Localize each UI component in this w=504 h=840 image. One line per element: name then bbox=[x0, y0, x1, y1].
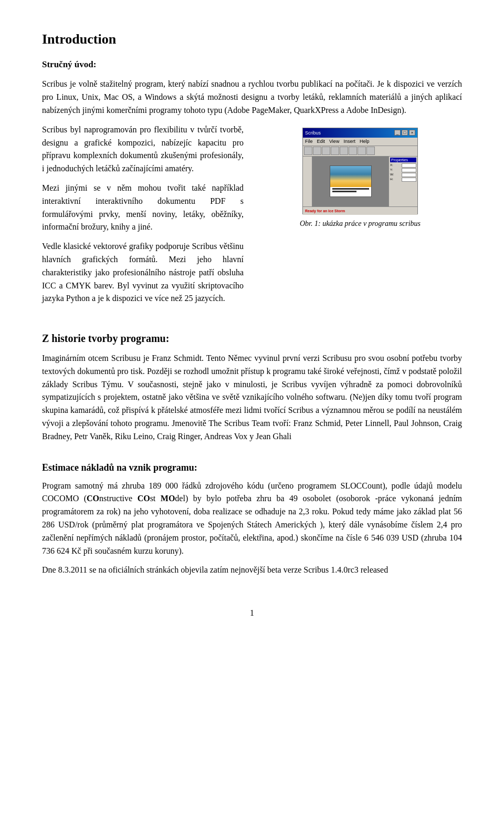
col1-para3: Vedle klasické vektorové grafiky podporu… bbox=[42, 240, 244, 305]
panel-title: Properties bbox=[390, 158, 416, 162]
panel-row-h: H: bbox=[390, 178, 416, 182]
main-area: Properties X: Y: W: bbox=[303, 157, 417, 206]
prop-input-h[interactable] bbox=[402, 178, 416, 182]
text-line-2 bbox=[332, 191, 357, 192]
prop-input-w[interactable] bbox=[402, 173, 416, 177]
tool-print[interactable] bbox=[331, 147, 339, 155]
sidebar-left bbox=[303, 157, 312, 206]
tool-shape[interactable] bbox=[366, 147, 375, 155]
scribus-screenshot: Scribus _ □ × File Edit View Insert Help bbox=[302, 128, 418, 214]
page-number: 1 bbox=[42, 608, 462, 618]
window-controls: _ □ × bbox=[394, 130, 415, 136]
tool-image[interactable] bbox=[358, 147, 366, 155]
page-number-value: 1 bbox=[250, 608, 254, 617]
menu-insert[interactable]: Insert bbox=[343, 139, 355, 144]
tool-text[interactable] bbox=[349, 147, 357, 155]
col1-para1: Scribus byl naprogramován pro flexibilit… bbox=[42, 123, 244, 175]
prop-input-y[interactable] bbox=[402, 168, 416, 172]
status-bar: Ready for an Ice Storm bbox=[303, 206, 417, 215]
panel-row-w: W: bbox=[390, 173, 416, 177]
maximize-button[interactable]: □ bbox=[402, 130, 408, 136]
subtitle: Stručný úvod: bbox=[42, 58, 462, 71]
right-column: Scribus _ □ × File Edit View Insert Help bbox=[259, 123, 461, 312]
text-line-1 bbox=[332, 188, 369, 190]
figure-caption-text: Obr. 1: ukázka práce v programu scribus bbox=[300, 220, 421, 227]
section3-para2: Dne 8.3.2011 se na oficiálních stránkách… bbox=[42, 564, 462, 577]
menu-edit[interactable]: Edit bbox=[317, 139, 326, 144]
window-title-text: Scribus bbox=[305, 130, 321, 136]
bold-co1: CO bbox=[87, 494, 99, 503]
window-titlebar: Scribus _ □ × bbox=[303, 128, 417, 138]
document-page bbox=[330, 165, 372, 197]
prop-label-w: W: bbox=[390, 173, 394, 177]
menu-help[interactable]: Help bbox=[360, 139, 370, 144]
prop-label-x: X: bbox=[390, 163, 393, 168]
menu-view[interactable]: View bbox=[329, 139, 339, 144]
tool-arrow[interactable] bbox=[340, 147, 348, 155]
two-column-section: Scribus byl naprogramován pro flexibilit… bbox=[42, 123, 462, 312]
minimize-button[interactable]: _ bbox=[394, 130, 401, 136]
tool-save[interactable] bbox=[322, 147, 330, 155]
section2-title: Z historie tvorby programu: bbox=[42, 333, 462, 345]
page-container: Introduction Stručný úvod: Scribus je vo… bbox=[0, 0, 504, 660]
intro-paragraph: Scribus je volně stažitelný program, kte… bbox=[42, 78, 462, 117]
figure-caption: Obr. 1: ukázka práce v programu scribus bbox=[300, 219, 421, 229]
tool-new[interactable] bbox=[304, 147, 312, 155]
col1-para2: Mezi jinými se v něm mohou tvořit také n… bbox=[42, 182, 244, 234]
prop-label-y: Y: bbox=[390, 168, 393, 172]
canvas-area bbox=[312, 157, 388, 206]
panel-row-y: Y: bbox=[390, 168, 416, 172]
bold-co2: CO bbox=[138, 494, 150, 503]
menu-bar: File Edit View Insert Help bbox=[303, 138, 417, 146]
status-text: Ready for an Ice Storm bbox=[305, 209, 345, 213]
prop-input-x[interactable] bbox=[402, 163, 416, 168]
prop-label-h: H: bbox=[390, 178, 393, 182]
section2-para1: Imaginárním otcem Scribusu je Franz Schm… bbox=[42, 352, 462, 443]
panel-row-x: X: bbox=[390, 163, 416, 168]
page-image bbox=[330, 166, 371, 187]
sidebar-right: Properties X: Y: W: bbox=[388, 157, 417, 206]
toolbar bbox=[303, 146, 417, 157]
bold-mo: MO bbox=[161, 494, 175, 503]
section3-title: Estimace nákladů na vznik programu: bbox=[42, 462, 462, 473]
page-title: Introduction bbox=[42, 32, 462, 47]
left-column: Scribus byl naprogramován pro flexibilit… bbox=[42, 123, 244, 312]
tool-open[interactable] bbox=[313, 147, 321, 155]
menu-file[interactable]: File bbox=[305, 139, 313, 144]
section3-para1: Program samotný má zhruba 189 000 řádků … bbox=[42, 480, 462, 558]
close-button[interactable]: × bbox=[409, 130, 415, 136]
